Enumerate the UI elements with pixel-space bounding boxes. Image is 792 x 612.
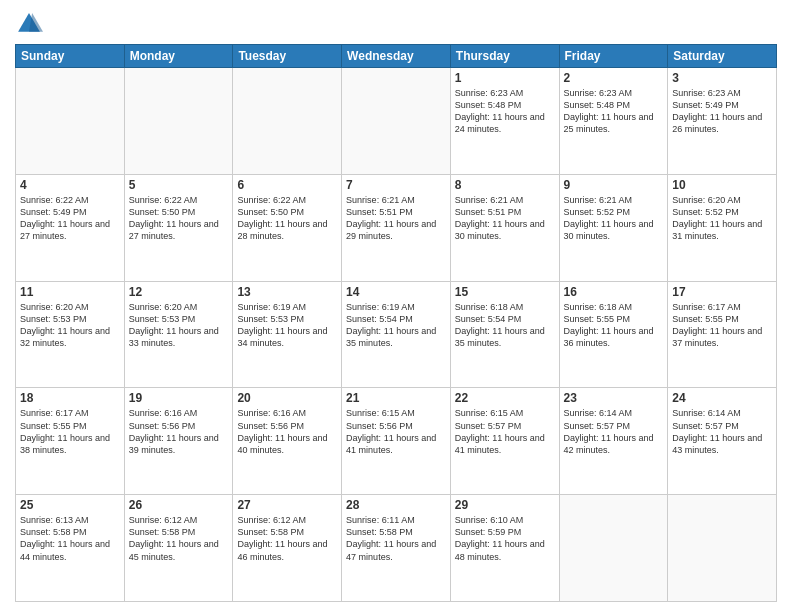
- day-info: Sunrise: 6:12 AM Sunset: 5:58 PM Dayligh…: [237, 514, 337, 563]
- calendar-cell: [559, 495, 668, 602]
- calendar-cell: [668, 495, 777, 602]
- day-number: 9: [564, 178, 664, 192]
- day-number: 21: [346, 391, 446, 405]
- calendar-cell: 3Sunrise: 6:23 AM Sunset: 5:49 PM Daylig…: [668, 68, 777, 175]
- day-info: Sunrise: 6:17 AM Sunset: 5:55 PM Dayligh…: [672, 301, 772, 350]
- weekday-header-thursday: Thursday: [450, 45, 559, 68]
- day-number: 4: [20, 178, 120, 192]
- day-info: Sunrise: 6:20 AM Sunset: 5:53 PM Dayligh…: [20, 301, 120, 350]
- day-number: 15: [455, 285, 555, 299]
- day-number: 18: [20, 391, 120, 405]
- day-number: 13: [237, 285, 337, 299]
- calendar-cell: [233, 68, 342, 175]
- calendar-cell: 27Sunrise: 6:12 AM Sunset: 5:58 PM Dayli…: [233, 495, 342, 602]
- day-info: Sunrise: 6:22 AM Sunset: 5:50 PM Dayligh…: [237, 194, 337, 243]
- day-info: Sunrise: 6:14 AM Sunset: 5:57 PM Dayligh…: [564, 407, 664, 456]
- calendar-week-1: 1Sunrise: 6:23 AM Sunset: 5:48 PM Daylig…: [16, 68, 777, 175]
- calendar-cell: 14Sunrise: 6:19 AM Sunset: 5:54 PM Dayli…: [342, 281, 451, 388]
- calendar-cell: 5Sunrise: 6:22 AM Sunset: 5:50 PM Daylig…: [124, 174, 233, 281]
- day-number: 29: [455, 498, 555, 512]
- calendar-cell: [342, 68, 451, 175]
- page: SundayMondayTuesdayWednesdayThursdayFrid…: [0, 0, 792, 612]
- svg-marker-1: [29, 13, 43, 32]
- calendar-cell: 1Sunrise: 6:23 AM Sunset: 5:48 PM Daylig…: [450, 68, 559, 175]
- calendar-week-5: 25Sunrise: 6:13 AM Sunset: 5:58 PM Dayli…: [16, 495, 777, 602]
- day-info: Sunrise: 6:16 AM Sunset: 5:56 PM Dayligh…: [237, 407, 337, 456]
- logo-icon: [15, 10, 43, 38]
- calendar-cell: 15Sunrise: 6:18 AM Sunset: 5:54 PM Dayli…: [450, 281, 559, 388]
- day-info: Sunrise: 6:13 AM Sunset: 5:58 PM Dayligh…: [20, 514, 120, 563]
- calendar-cell: 2Sunrise: 6:23 AM Sunset: 5:48 PM Daylig…: [559, 68, 668, 175]
- calendar-cell: 29Sunrise: 6:10 AM Sunset: 5:59 PM Dayli…: [450, 495, 559, 602]
- day-info: Sunrise: 6:22 AM Sunset: 5:50 PM Dayligh…: [129, 194, 229, 243]
- day-number: 22: [455, 391, 555, 405]
- calendar-cell: 13Sunrise: 6:19 AM Sunset: 5:53 PM Dayli…: [233, 281, 342, 388]
- weekday-header-row: SundayMondayTuesdayWednesdayThursdayFrid…: [16, 45, 777, 68]
- day-info: Sunrise: 6:10 AM Sunset: 5:59 PM Dayligh…: [455, 514, 555, 563]
- calendar-cell: 7Sunrise: 6:21 AM Sunset: 5:51 PM Daylig…: [342, 174, 451, 281]
- day-number: 10: [672, 178, 772, 192]
- weekday-header-friday: Friday: [559, 45, 668, 68]
- day-info: Sunrise: 6:12 AM Sunset: 5:58 PM Dayligh…: [129, 514, 229, 563]
- day-info: Sunrise: 6:19 AM Sunset: 5:53 PM Dayligh…: [237, 301, 337, 350]
- calendar-cell: 9Sunrise: 6:21 AM Sunset: 5:52 PM Daylig…: [559, 174, 668, 281]
- calendar-cell: [124, 68, 233, 175]
- calendar-week-3: 11Sunrise: 6:20 AM Sunset: 5:53 PM Dayli…: [16, 281, 777, 388]
- day-info: Sunrise: 6:14 AM Sunset: 5:57 PM Dayligh…: [672, 407, 772, 456]
- day-number: 12: [129, 285, 229, 299]
- day-number: 7: [346, 178, 446, 192]
- day-info: Sunrise: 6:17 AM Sunset: 5:55 PM Dayligh…: [20, 407, 120, 456]
- calendar-cell: 20Sunrise: 6:16 AM Sunset: 5:56 PM Dayli…: [233, 388, 342, 495]
- calendar-cell: 23Sunrise: 6:14 AM Sunset: 5:57 PM Dayli…: [559, 388, 668, 495]
- day-number: 17: [672, 285, 772, 299]
- calendar-cell: 22Sunrise: 6:15 AM Sunset: 5:57 PM Dayli…: [450, 388, 559, 495]
- day-number: 3: [672, 71, 772, 85]
- day-number: 5: [129, 178, 229, 192]
- day-info: Sunrise: 6:20 AM Sunset: 5:53 PM Dayligh…: [129, 301, 229, 350]
- day-number: 19: [129, 391, 229, 405]
- calendar-cell: 6Sunrise: 6:22 AM Sunset: 5:50 PM Daylig…: [233, 174, 342, 281]
- day-info: Sunrise: 6:23 AM Sunset: 5:48 PM Dayligh…: [455, 87, 555, 136]
- day-info: Sunrise: 6:21 AM Sunset: 5:52 PM Dayligh…: [564, 194, 664, 243]
- day-number: 6: [237, 178, 337, 192]
- day-number: 27: [237, 498, 337, 512]
- day-info: Sunrise: 6:23 AM Sunset: 5:48 PM Dayligh…: [564, 87, 664, 136]
- calendar-cell: 18Sunrise: 6:17 AM Sunset: 5:55 PM Dayli…: [16, 388, 125, 495]
- weekday-header-monday: Monday: [124, 45, 233, 68]
- calendar-week-4: 18Sunrise: 6:17 AM Sunset: 5:55 PM Dayli…: [16, 388, 777, 495]
- day-number: 8: [455, 178, 555, 192]
- calendar-cell: [16, 68, 125, 175]
- calendar-week-2: 4Sunrise: 6:22 AM Sunset: 5:49 PM Daylig…: [16, 174, 777, 281]
- calendar-cell: 11Sunrise: 6:20 AM Sunset: 5:53 PM Dayli…: [16, 281, 125, 388]
- calendar-cell: 21Sunrise: 6:15 AM Sunset: 5:56 PM Dayli…: [342, 388, 451, 495]
- calendar-cell: 4Sunrise: 6:22 AM Sunset: 5:49 PM Daylig…: [16, 174, 125, 281]
- day-number: 2: [564, 71, 664, 85]
- day-number: 28: [346, 498, 446, 512]
- calendar-cell: 24Sunrise: 6:14 AM Sunset: 5:57 PM Dayli…: [668, 388, 777, 495]
- day-number: 1: [455, 71, 555, 85]
- calendar-cell: 8Sunrise: 6:21 AM Sunset: 5:51 PM Daylig…: [450, 174, 559, 281]
- calendar-cell: 17Sunrise: 6:17 AM Sunset: 5:55 PM Dayli…: [668, 281, 777, 388]
- day-info: Sunrise: 6:22 AM Sunset: 5:49 PM Dayligh…: [20, 194, 120, 243]
- day-number: 16: [564, 285, 664, 299]
- calendar-cell: 28Sunrise: 6:11 AM Sunset: 5:58 PM Dayli…: [342, 495, 451, 602]
- day-info: Sunrise: 6:21 AM Sunset: 5:51 PM Dayligh…: [455, 194, 555, 243]
- calendar-cell: 19Sunrise: 6:16 AM Sunset: 5:56 PM Dayli…: [124, 388, 233, 495]
- calendar-table: SundayMondayTuesdayWednesdayThursdayFrid…: [15, 44, 777, 602]
- calendar-cell: 10Sunrise: 6:20 AM Sunset: 5:52 PM Dayli…: [668, 174, 777, 281]
- day-info: Sunrise: 6:16 AM Sunset: 5:56 PM Dayligh…: [129, 407, 229, 456]
- calendar-cell: 12Sunrise: 6:20 AM Sunset: 5:53 PM Dayli…: [124, 281, 233, 388]
- day-info: Sunrise: 6:15 AM Sunset: 5:56 PM Dayligh…: [346, 407, 446, 456]
- day-info: Sunrise: 6:20 AM Sunset: 5:52 PM Dayligh…: [672, 194, 772, 243]
- day-info: Sunrise: 6:23 AM Sunset: 5:49 PM Dayligh…: [672, 87, 772, 136]
- calendar-cell: 16Sunrise: 6:18 AM Sunset: 5:55 PM Dayli…: [559, 281, 668, 388]
- day-number: 20: [237, 391, 337, 405]
- weekday-header-sunday: Sunday: [16, 45, 125, 68]
- weekday-header-tuesday: Tuesday: [233, 45, 342, 68]
- day-number: 25: [20, 498, 120, 512]
- day-number: 11: [20, 285, 120, 299]
- calendar-cell: 25Sunrise: 6:13 AM Sunset: 5:58 PM Dayli…: [16, 495, 125, 602]
- day-number: 14: [346, 285, 446, 299]
- day-number: 23: [564, 391, 664, 405]
- logo: [15, 10, 47, 38]
